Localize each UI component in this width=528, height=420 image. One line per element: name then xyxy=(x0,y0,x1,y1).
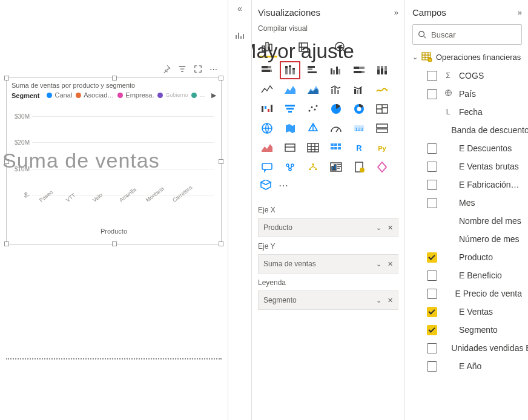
viz-type-decomposition-tree[interactable] xyxy=(304,159,322,175)
focus-icon[interactable] xyxy=(194,65,202,75)
legend-item[interactable]: Asociad… xyxy=(76,91,114,99)
pin-icon[interactable] xyxy=(162,65,171,75)
viz-type-line[interactable] xyxy=(258,82,276,97)
viz-type-scatter[interactable] xyxy=(304,101,322,117)
field-well-y[interactable]: Suma de ventas ⌄✕ xyxy=(258,254,398,274)
checkbox[interactable] xyxy=(427,143,437,154)
viz-type-treemap[interactable] xyxy=(373,101,391,117)
checkbox[interactable] xyxy=(427,71,437,81)
viz-type-qa[interactable] xyxy=(258,159,276,175)
legend[interactable]: Segment CanalAsociad…Empresa.Gobierno… ▶ xyxy=(12,91,216,99)
rail-icon[interactable] xyxy=(228,31,251,40)
viz-type-multi-row-card[interactable] xyxy=(373,120,391,136)
resize-handle[interactable] xyxy=(219,76,223,80)
field-precio[interactable]: E Precio de venta xyxy=(412,284,522,303)
report-canvas[interactable]: Suma de ventas ⋯ Suma de ventas por prod… xyxy=(0,0,228,420)
viz-type-map[interactable] xyxy=(258,120,276,136)
viz-type-slicer[interactable] xyxy=(281,140,299,156)
viz-type-key-influencers[interactable] xyxy=(281,159,299,175)
viz-type-clustered-column[interactable] xyxy=(327,62,345,78)
viz-type-gauge[interactable] xyxy=(327,120,345,136)
viz-type-ribbon[interactable] xyxy=(373,82,391,97)
checkbox[interactable] xyxy=(427,307,437,317)
viz-type-power-apps[interactable] xyxy=(373,159,391,175)
field-well-x[interactable]: Producto ⌄✕ xyxy=(258,218,398,237)
field-fabr[interactable]: E Fabricación… xyxy=(412,176,522,194)
expand-icon[interactable]: » xyxy=(394,8,398,17)
viz-type-matrix[interactable] xyxy=(327,140,345,156)
viz-type-table[interactable] xyxy=(304,140,322,156)
viz-type-stacked-bar[interactable] xyxy=(258,62,276,78)
viz-type-funnel[interactable] xyxy=(281,101,299,117)
search-input[interactable]: Buscar xyxy=(412,24,522,45)
field-nummes[interactable]: Número de mes xyxy=(412,230,522,248)
field-pais[interactable]: País xyxy=(412,85,522,103)
collapse-icon[interactable]: « xyxy=(228,4,251,13)
field-segmento[interactable]: Segmento xyxy=(412,321,522,339)
field-anio[interactable]: E Año xyxy=(412,357,522,375)
viz-type-card[interactable]: 123 xyxy=(350,120,368,136)
expand-icon[interactable]: » xyxy=(518,8,522,17)
viz-type-py-visual[interactable]: Py xyxy=(373,140,391,156)
viz-type-100-stacked-column[interactable] xyxy=(373,62,391,78)
legend-item[interactable]: … xyxy=(191,92,205,98)
chevron-down-icon[interactable]: ⌄ xyxy=(376,224,381,232)
field-vbrutas[interactable]: E Ventas brutas xyxy=(412,157,522,176)
viz-type-stacked-area[interactable] xyxy=(304,82,322,97)
resize-handle[interactable] xyxy=(219,159,223,164)
remove-icon[interactable]: ✕ xyxy=(388,297,393,304)
viz-type-100-stacked-bar[interactable] xyxy=(350,62,368,78)
chevron-down-icon[interactable]: ⌄ xyxy=(376,260,381,268)
field-unidades[interactable]: Unidades vendidas E xyxy=(412,339,522,357)
checkbox[interactable] xyxy=(427,198,437,208)
checkbox[interactable] xyxy=(427,252,437,263)
legend-item[interactable]: Empresa. xyxy=(117,91,154,99)
viz-type-smart-narrative[interactable] xyxy=(327,159,345,175)
field-banda[interactable]: Banda de descuento xyxy=(412,121,522,139)
checkbox[interactable] xyxy=(427,162,437,172)
checkbox[interactable] xyxy=(427,343,437,353)
field-cogs[interactable]: ΣCOGS xyxy=(412,67,522,85)
viz-type-azure-map[interactable] xyxy=(304,120,322,136)
resize-handle[interactable] xyxy=(4,76,9,80)
checkbox[interactable] xyxy=(427,361,437,372)
field-well-legend[interactable]: Segmento ⌄✕ xyxy=(258,290,398,310)
more-icon[interactable]: ⋯ xyxy=(279,180,288,194)
remove-icon[interactable]: ✕ xyxy=(388,224,393,232)
viz-type-waterfall[interactable] xyxy=(258,101,276,117)
legend-item[interactable]: Gobierno xyxy=(157,92,188,98)
resize-handle[interactable] xyxy=(219,241,223,246)
chevron-down-icon[interactable]: ⌄ xyxy=(376,297,381,304)
checkbox[interactable] xyxy=(427,271,437,281)
resize-handle[interactable] xyxy=(4,241,9,246)
field-ventas[interactable]: E Ventas xyxy=(412,303,522,321)
legend-scroll[interactable]: ▶ xyxy=(211,91,216,99)
viz-type-clustered-bar[interactable] xyxy=(304,62,322,78)
get-more-visuals-icon[interactable] xyxy=(259,180,272,194)
checkbox[interactable] xyxy=(427,180,437,190)
field-fecha[interactable]: LFecha xyxy=(412,103,522,121)
more-icon[interactable]: ⋯ xyxy=(210,65,217,75)
viz-type-area[interactable] xyxy=(281,82,299,97)
viz-type-line-stacked-column[interactable] xyxy=(327,82,345,97)
field-producto[interactable]: Producto xyxy=(412,248,522,266)
remove-icon[interactable]: ✕ xyxy=(388,260,393,268)
viz-type-stacked-column[interactable] xyxy=(281,62,299,78)
field-nombremes[interactable]: Nombre del mes xyxy=(412,212,522,230)
field-benef[interactable]: E Beneficio xyxy=(412,266,522,284)
viz-type-pie[interactable] xyxy=(327,101,345,117)
resize-handle[interactable] xyxy=(112,76,117,80)
viz-type-r-visual[interactable]: R xyxy=(350,140,368,156)
viz-type-filled-map[interactable] xyxy=(281,120,299,136)
checkbox[interactable] xyxy=(427,89,437,99)
resize-handle[interactable] xyxy=(112,241,117,246)
viz-type-kpi[interactable] xyxy=(258,140,276,156)
viz-type-paginated-report[interactable] xyxy=(350,159,368,175)
field-mes[interactable]: Mes xyxy=(412,194,522,212)
checkbox[interactable] xyxy=(427,325,437,335)
table-header[interactable]: ⌄ Operaciones financieras xyxy=(412,52,522,62)
legend-item[interactable]: Canal xyxy=(47,91,72,99)
filter-icon[interactable] xyxy=(178,65,186,75)
viz-type-donut[interactable] xyxy=(350,101,368,117)
field-desc[interactable]: E Descuentos xyxy=(412,139,522,157)
